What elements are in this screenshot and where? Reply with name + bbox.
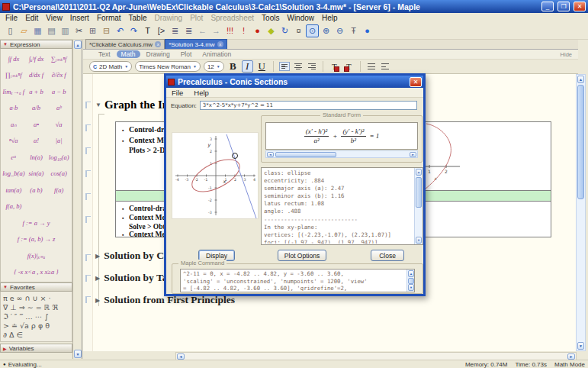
align-right-icon[interactable] — [307, 62, 317, 71]
expression-item[interactable]: d/dx f — [25, 71, 48, 79]
expression-item[interactable]: ∏ᵢ₌ₖⁿf — [2, 71, 25, 79]
options-icon[interactable]: ¤ — [292, 24, 305, 37]
expression-item[interactable]: ln(a) — [25, 153, 48, 161]
expression-item[interactable]: f(a) — [47, 186, 70, 194]
expression-item[interactable]: ∫f dx — [2, 55, 25, 63]
favorites-palette-header[interactable]: ▼ Favorites — [0, 282, 72, 292]
restore-button[interactable]: ❒ — [557, 2, 570, 11]
menu-item[interactable]: Spreadsheet — [207, 14, 258, 22]
font-size-dropdown[interactable]: 12 ▼ — [204, 61, 224, 72]
execute-all-icon[interactable]: !!! — [223, 24, 236, 37]
expression-item[interactable]: log_b(a) — [2, 169, 25, 177]
scroll-left-icon[interactable]: ◄ — [177, 353, 185, 360]
zoom-default-icon[interactable]: ⊙ — [306, 24, 319, 37]
close-dialog-button[interactable]: Close — [371, 250, 404, 261]
expression-item[interactable]: f(x)|ₓ₌ₐ — [2, 252, 70, 260]
menu-item[interactable]: File — [2, 14, 21, 22]
open-folder-icon[interactable]: ▱ — [18, 24, 31, 37]
dialog-close-button[interactable]: ✕ — [410, 77, 422, 87]
forward-icon[interactable]: → — [210, 24, 223, 37]
mode-button[interactable]: Plot — [176, 50, 197, 58]
menu-item[interactable]: Plot — [186, 14, 207, 22]
section-collapsed-icon[interactable]: ▶ — [95, 275, 100, 282]
tab-close-icon[interactable]: x — [217, 41, 223, 47]
menu-item[interactable]: View — [42, 14, 66, 22]
expression-item[interactable]: a• — [25, 121, 48, 128]
expression-item[interactable]: tan(a) — [2, 186, 25, 194]
variables-palette-header[interactable]: ▶ Variables — [0, 344, 72, 353]
expression-item[interactable]: aₙ — [2, 121, 25, 128]
scroll-up-icon[interactable]: ▲ — [416, 169, 422, 176]
menu-item[interactable]: Tools — [258, 14, 283, 22]
dialog-menu-item[interactable]: File — [166, 89, 188, 97]
expression-item[interactable]: f(a, b) — [2, 202, 25, 210]
equation-input[interactable]: 3*x^2-5*x*y+7*y^2 = 11 — [200, 101, 417, 110]
interrupt-icon[interactable]: ● — [251, 24, 264, 37]
align-center-icon[interactable] — [293, 62, 304, 71]
scroll-right-icon[interactable]: ► — [567, 353, 575, 360]
math-mode-indicator[interactable]: Math Mode — [554, 361, 585, 368]
numbered-list-icon[interactable] — [380, 62, 390, 71]
font-dropdown[interactable]: Times New Roman ▼ — [135, 61, 201, 72]
scroll-right-icon[interactable]: ► — [410, 152, 416, 157]
help-icon[interactable]: ● — [361, 24, 374, 37]
scroll-down-icon[interactable]: ▼ — [408, 284, 414, 291]
section-expanded-icon[interactable]: ▼ — [95, 102, 101, 108]
scroll-left-icon[interactable]: ◄ — [267, 152, 274, 157]
menu-item[interactable]: Help — [318, 14, 342, 22]
info-scrollbar[interactable]: ▲ ▼ — [414, 168, 423, 244]
new-document-icon[interactable]: ▯ — [4, 24, 17, 37]
expression-item[interactable]: ∑ᵢ₌ₖⁿf — [47, 55, 70, 63]
text-color-icon[interactable]: T — [329, 60, 340, 73]
undo-icon[interactable]: ↶ — [114, 24, 127, 37]
scrollbar-thumb[interactable] — [577, 85, 584, 199]
expression-item[interactable]: ⁿ√a — [2, 137, 25, 144]
scroll-down-icon[interactable]: ▼ — [577, 342, 584, 350]
expression-item[interactable]: a − b — [47, 88, 70, 95]
expression-item[interactable]: { -x x<a , x x≥a } — [2, 268, 70, 276]
indent-icon[interactable]: ≣ — [169, 24, 182, 37]
scroll-up-icon[interactable]: ▲ — [408, 270, 414, 277]
expression-item[interactable]: f := a → y — [2, 219, 70, 227]
expression-item[interactable]: √a — [47, 121, 70, 128]
text-mode-icon[interactable]: T — [141, 24, 154, 37]
expression-item[interactable]: sin(a) — [25, 169, 48, 177]
zoom-in-icon[interactable]: ⊕ — [320, 24, 333, 37]
zoom-out-icon[interactable]: ⊖ — [333, 24, 346, 37]
debug-icon[interactable]: ◆ — [265, 24, 278, 37]
bold-button[interactable]: B — [227, 60, 239, 73]
expression-item[interactable]: ∫ₐᵇf dx — [25, 55, 48, 63]
section-collapsed-icon[interactable]: ▶ — [95, 297, 100, 304]
dialog-menu-item[interactable]: Help — [188, 89, 214, 97]
expression-item[interactable]: aᵇ — [47, 104, 70, 111]
scrollbar-thumb[interactable] — [408, 278, 414, 284]
outdent-icon[interactable]: ≣ — [182, 24, 195, 37]
expression-item[interactable]: limₓ→ₐ f — [2, 88, 25, 95]
expression-item[interactable]: log₁₀(a) — [47, 153, 70, 161]
align-left-icon[interactable] — [279, 62, 290, 71]
mode-button[interactable]: Math — [117, 50, 140, 58]
maple-command-box[interactable]: ^2-11 = 0, x = -4.82 .. 4.82, y = -3.60 … — [180, 269, 415, 292]
menu-item[interactable]: Insert — [66, 14, 93, 22]
underline-button[interactable]: U — [256, 60, 268, 73]
expression-item[interactable]: a·b — [2, 104, 25, 111]
menu-item[interactable]: Table — [125, 14, 151, 22]
favorites-row[interactable]: ∂ Δ ∈ — [3, 331, 69, 339]
conic-plot[interactable]: -4 -3 -2 -1 1 2 3 4 3 2 1 -1 -2 -3 y x — [172, 132, 259, 219]
expression-item[interactable]: |a| — [47, 137, 70, 144]
expression-item[interactable]: a! — [25, 137, 48, 144]
bullet-list-icon[interactable] — [366, 62, 377, 71]
print-icon[interactable]: ▤ — [45, 24, 58, 37]
section-collapsed-icon[interactable]: ▶ — [95, 253, 100, 260]
expression-item[interactable]: (a b) — [25, 186, 48, 194]
menu-item[interactable]: Window — [283, 14, 318, 22]
document-tab[interactable]: *Clickable Calculus.mw x — [85, 39, 165, 49]
menu-item[interactable]: Edit — [21, 14, 42, 22]
favorites-row[interactable]: > ≐ √a ρ φ θ — [3, 321, 69, 330]
mode-button[interactable]: Animation — [198, 50, 236, 58]
close-button[interactable]: ✕ — [574, 2, 586, 11]
expression-item[interactable]: eᵃ — [2, 153, 25, 161]
vertical-scrollbar[interactable]: ▲ ▼ — [576, 74, 586, 351]
command-scrollbar[interactable]: ▲ ▼ — [406, 270, 414, 292]
document-tab[interactable]: *Solution 3-4.mw x — [165, 39, 227, 49]
